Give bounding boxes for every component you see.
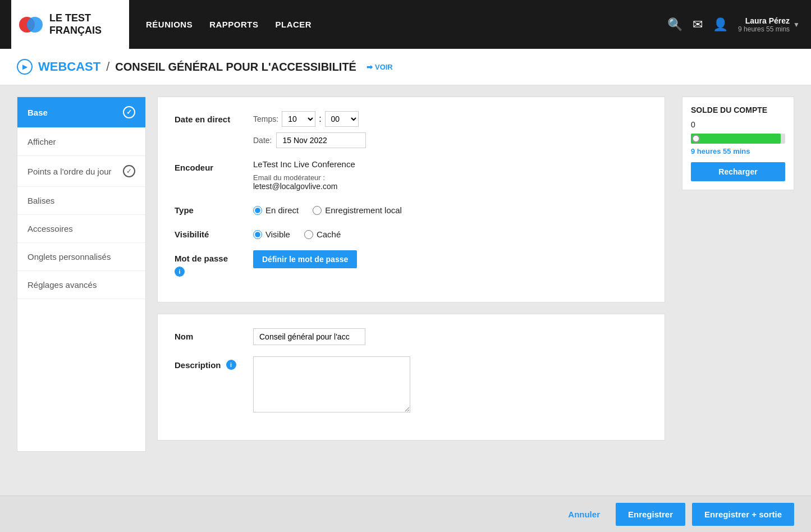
nav-links: RÉUNIONS RAPPORTS PLACER [146,20,667,29]
type-en-direct[interactable]: En direct [253,205,299,215]
sidebar-item-afficher[interactable]: Afficher [17,128,145,156]
check-icon-base: ✓ [123,106,135,118]
encoder-email: letest@localgovlive.com [253,182,648,191]
check-icon-points: ✓ [123,165,135,177]
breadcrumb-separator: / [106,59,109,74]
form-row-type: Type En direct Enregistrement local [175,202,648,215]
nav-reunions[interactable]: RÉUNIONS [146,20,193,29]
form-row-encodeur: Encodeur LeTest Inc Live Conference Emai… [175,159,648,191]
user-time: 9 heures 55 mins [738,25,790,33]
form-row-description: Description i [175,356,648,415]
description-controls [253,356,648,415]
description-textarea[interactable] [253,356,410,412]
search-icon[interactable]: 🔍 [667,17,682,32]
type-enregistrement[interactable]: Enregistrement local [313,205,402,215]
user-name: Laura Pérez [738,16,790,25]
form-area: Date en direct Temps: 10 11 12 : 00 15 [146,97,676,452]
breadcrumb-title: CONSEIL GÉNÉRAL POUR L'ACCESSIBILITÉ [115,61,356,74]
form-row-date: Date en direct Temps: 10 11 12 : 00 15 [175,111,648,148]
email-label: Email du modérateur : [253,173,648,182]
breadcrumb: ▶ WEBCAST / CONSEIL GÉNÉRAL POUR L'ACCES… [0,49,811,85]
arrow-right-icon: ➡ [366,63,373,71]
nom-input[interactable] [253,328,365,345]
visibilite-cache-radio[interactable] [304,230,313,239]
form-row-password: Mot de passe i Définir le mot de passe [175,250,648,277]
account-balance: 0 [691,120,785,129]
logo-text: LE TEST FRANÇAIS [49,12,102,36]
sidebar-item-accessoires[interactable]: Accessoires [17,215,145,243]
nom-label: Nom [175,328,253,341]
progress-thumb[interactable] [692,135,700,143]
password-label: Mot de passe [175,254,253,263]
visibilite-visible[interactable]: Visible [253,230,290,239]
description-label: Description [175,360,221,370]
nom-controls [253,328,648,345]
account-sidebar: SOLDE DU COMPTE 0 9 heures 55 mins Recha… [682,97,794,452]
date-input[interactable] [276,132,366,148]
type-enregistrement-radio[interactable] [313,206,322,215]
description-info-icon[interactable]: i [226,360,236,370]
form-section-name-desc: Nom Description i [157,314,665,441]
type-controls: En direct Enregistrement local [253,202,648,215]
account-box: SOLDE DU COMPTE 0 9 heures 55 mins Recha… [682,97,794,190]
form-row-nom: Nom [175,328,648,345]
progress-bar-fill [691,134,781,144]
sidebar-item-onglets[interactable]: Onglets personnalisés [17,243,145,271]
type-label: Type [175,202,253,215]
visibilite-radio-group: Visible Caché [253,226,648,239]
recharge-button[interactable]: Recharger [691,162,785,181]
visibilite-controls: Visible Caché [253,226,648,239]
description-label-area: Description i [175,356,253,370]
visibilite-label: Visibilité [175,226,253,239]
footer: Annuler Enregistrer Enregistrer + sortie [0,496,811,532]
svg-point-1 [27,17,43,33]
set-password-button[interactable]: Définir le mot de passe [253,250,357,268]
form-row-visibilite: Visibilité Visible Caché [175,226,648,239]
time-minute-select[interactable]: 00 15 30 45 [325,111,359,127]
time-colon: : [319,114,321,124]
nav-placer[interactable]: PLACER [276,20,312,29]
time-row: Temps: 10 11 12 : 00 15 30 45 [253,111,648,127]
play-icon: ▶ [17,59,33,75]
nav-rapports[interactable]: RAPPORTS [209,20,258,29]
date-row: Date: [253,132,648,148]
mail-icon[interactable]: ✉ [693,17,703,32]
user-info: Laura Pérez 9 heures 55 mins ▼ [738,16,800,33]
progress-bar-container [691,134,785,144]
encoder-name: LeTest Inc Live Conference [253,159,648,169]
date-label: Date en direct [175,111,253,124]
nav-right: 🔍 ✉ 👤 Laura Pérez 9 heures 55 mins ▼ [667,16,800,33]
encodeur-label: Encodeur [175,159,253,172]
main-content: Base ✓ Afficher Points a l'ordre du jour… [0,85,811,463]
visibilite-cache[interactable]: Caché [304,230,341,239]
temps-label: Temps: [253,114,278,123]
enregistrer-sortie-button[interactable]: Enregistrer + sortie [692,503,794,526]
logo-area: LE TEST FRANÇAIS [11,0,129,49]
sidebar-item-balises[interactable]: Balises [17,187,145,215]
visibilite-visible-radio[interactable] [253,230,262,239]
breadcrumb-voir-link[interactable]: ➡ VOIR [366,63,393,71]
password-label-area: Mot de passe i [175,250,253,277]
annuler-button[interactable]: Annuler [559,505,609,524]
sidebar-item-reglages[interactable]: Réglages avancés [17,271,145,299]
navbar: LE TEST FRANÇAIS RÉUNIONS RAPPORTS PLACE… [0,0,811,49]
sidebar: Base ✓ Afficher Points a l'ordre du jour… [17,97,146,452]
sidebar-item-points[interactable]: Points a l'ordre du jour ✓ [17,156,145,187]
password-info-icon[interactable]: i [175,267,185,277]
account-title: SOLDE DU COMPTE [691,106,785,114]
time-hour-select[interactable]: 10 11 12 [282,111,315,127]
user-details: Laura Pérez 9 heures 55 mins [738,16,790,33]
account-time: 9 heures 55 mins [691,147,785,155]
type-radio-group: En direct Enregistrement local [253,202,648,215]
user-icon[interactable]: 👤 [713,17,728,32]
type-en-direct-radio[interactable] [253,206,262,215]
logo-icon [18,12,44,38]
form-section-main: Date en direct Temps: 10 11 12 : 00 15 [157,97,665,302]
enregistrer-button[interactable]: Enregistrer [616,503,685,526]
date-field-label: Date: [253,136,272,145]
dropdown-arrow-icon[interactable]: ▼ [793,21,800,29]
encodeur-controls: LeTest Inc Live Conference Email du modé… [253,159,648,191]
password-controls: Définir le mot de passe [253,250,648,268]
date-controls: Temps: 10 11 12 : 00 15 30 45 [253,111,648,148]
sidebar-item-base[interactable]: Base ✓ [17,97,145,128]
